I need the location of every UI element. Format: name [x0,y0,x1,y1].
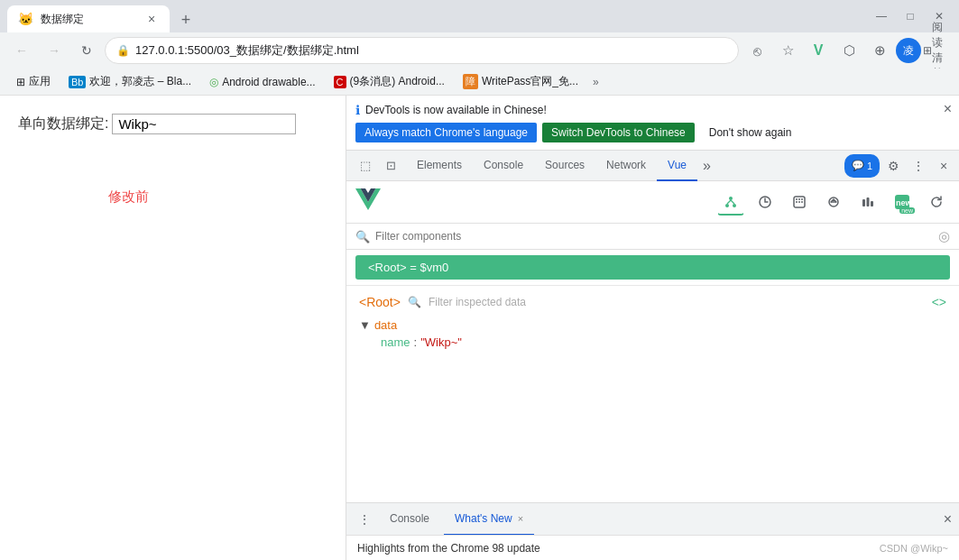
bookmark-android2-label: (9条消息) Android... [350,74,445,89]
vue-extension-button[interactable]: V [804,36,833,65]
data-expand-row[interactable]: ▼ data [359,318,946,332]
maximize-button[interactable]: □ [898,4,923,29]
prop-key: name [381,335,410,349]
data-section: ▼ data name : "Wikp~" [359,318,946,349]
refresh-button[interactable]: ↻ [72,36,101,65]
dont-show-again-button[interactable]: Don't show again [700,123,801,142]
svg-point-9 [801,198,803,200]
svg-point-0 [729,197,733,200]
secure-icon: 🔒 [116,44,130,57]
tab-console[interactable]: Console [473,151,534,181]
bookmark-apps[interactable]: ⊞ 应用 [9,71,58,92]
router-button[interactable] [820,188,847,216]
devtools-device-icon[interactable]: ⊡ [379,154,402,178]
bookmark-apps-label: 应用 [29,74,51,89]
devtools-more-icon[interactable]: ⋮ [907,154,930,178]
devtools-tab-icons: ⬚ ⊡ [350,154,406,178]
refresh-devtools-button[interactable] [923,188,950,216]
extensions-button[interactable]: ⬡ [835,36,863,65]
filter-components-input[interactable] [375,230,933,243]
inspector-filter-input[interactable]: Filter inspected data [429,296,925,308]
profile-avatar[interactable]: 凌 [896,38,921,63]
page-label: 单向数据绑定: [18,115,108,133]
url-host: 127.0.0.1:5500/03_数据绑定/数据绑定.html [135,43,359,57]
devtools-close-button[interactable]: × [932,154,955,178]
modify-before-label: 修改前 [18,188,327,206]
tab-vue[interactable]: Vue [657,151,697,181]
forward-button[interactable]: → [40,36,69,65]
bookmarks-bar: ⊞ 应用 Bb 欢迎，郭凌志 – Bla... ◎ Android drawab… [0,69,959,96]
prop-colon: : [414,335,418,349]
filter-search-icon: 🔍 [355,230,370,243]
devtools-gear-icon[interactable]: ⚙ [881,154,905,178]
tab-title: 数据绑定 [41,12,137,27]
bookmark-button[interactable]: ☆ [773,36,802,65]
tab-elements[interactable]: Elements [406,151,473,181]
notification-close-button[interactable]: × [944,101,952,117]
tab-sources[interactable]: Sources [534,151,595,181]
vuex-history-button[interactable] [752,188,779,216]
active-tab[interactable]: 🐱 数据绑定 × [7,5,170,32]
binding-input[interactable] [112,114,296,134]
highlights-row: Highlights from the Chrome 98 update CSD… [346,535,959,560]
back-button[interactable]: ← [7,36,36,65]
whats-new-label: What's New [455,512,512,525]
data-section-key: data [374,318,397,332]
vuex-store-button[interactable] [786,188,813,216]
prop-value: "Wikp~" [420,335,462,349]
component-tree-button[interactable] [717,188,744,216]
svg-text:new: new [896,198,910,207]
console-tab-console[interactable]: Console [379,503,440,536]
whats-new-close[interactable]: × [518,513,523,524]
tab-close-button[interactable]: × [144,12,159,26]
notification-text: DevTools is now available in Chinese! [365,104,547,116]
inspector-header: <Root> 🔍 Filter inspected data <> [359,295,946,309]
navigation-bar: ← → ↻ 🔒 127.0.0.1:5500/03_数据绑定/数据绑定.html… [0,32,959,69]
address-bar[interactable]: 🔒 127.0.0.1:5500/03_数据绑定/数据绑定.html [105,37,739,64]
tab-more-button[interactable]: » [697,158,716,174]
bookmark-android2[interactable]: C (9条消息) Android... [327,71,452,92]
svg-point-12 [801,201,803,203]
main-area: 单向数据绑定: 修改前 ℹ DevTools is now available … [0,96,959,560]
page-input-wrap [112,114,296,134]
inspector-search-icon[interactable]: 🔍 [408,296,421,308]
root-component-item[interactable]: <Root> = $vm0 [355,255,950,280]
vue-devtools-toolbar: new [346,181,959,224]
settings-new-button[interactable]: new [889,188,916,216]
svg-rect-17 [871,201,873,207]
filter-settings-icon[interactable]: ◎ [938,228,950,244]
console-icon: 💬 [852,160,864,171]
console-close-button[interactable]: × [944,511,952,528]
console-menu-icon[interactable]: ⋮ [354,509,375,530]
tab-network[interactable]: Network [595,151,657,181]
console-badge[interactable]: 💬 1 [844,154,880,178]
bookmark-android1[interactable]: ◎ Android drawable... [202,73,322,91]
devtools-tab-bar: ⬚ ⊡ Elements Console Sources Network Vue… [346,151,959,181]
bookmark-more-button[interactable]: » [593,76,599,88]
minimize-button[interactable]: — [869,4,894,29]
devtools-notification: ℹ DevTools is now available in Chinese! … [346,96,959,151]
profile-extra-button[interactable]: ⊕ [865,36,894,65]
page-input-row: 单向数据绑定: [18,114,327,134]
devtools-panel: ℹ DevTools is now available in Chinese! … [346,96,959,560]
devtools-inspect-icon[interactable]: ⬚ [354,154,377,178]
new-tab-button[interactable]: + [173,7,198,32]
inspector-root-tag: <Root> [359,295,401,309]
expand-arrow: ▼ [359,318,371,332]
always-match-button[interactable]: Always match Chrome's language [355,123,537,142]
svg-rect-15 [862,199,865,207]
nav-action-buttons: ⎋ ☆ V ⬡ ⊕ 凌 ⊞ 阅读清单 [742,36,952,65]
share-button[interactable]: ⎋ [742,36,771,65]
bookmark-welcome[interactable]: Bb 欢迎，郭凌志 – Bla... [61,71,198,92]
performance-button[interactable] [854,188,881,216]
bookmark-welcome-label: 欢迎，郭凌志 – Bla... [89,74,191,89]
url-display: 127.0.0.1:5500/03_数据绑定/数据绑定.html [135,42,727,59]
svg-line-3 [727,200,731,204]
console-tab-whatsnew[interactable]: What's New × [444,503,534,536]
highlights-text: Highlights from the Chrome 98 update [357,542,540,555]
switch-chinese-button[interactable]: Switch DevTools to Chinese [542,123,695,142]
writepass-icon: 障 [463,74,478,89]
code-icon[interactable]: <> [932,295,946,309]
bookmark-writepass[interactable]: 障 WritePass官网_免... [456,71,586,92]
reader-mode-button[interactable]: ⊞ 阅读清单 [923,36,952,65]
